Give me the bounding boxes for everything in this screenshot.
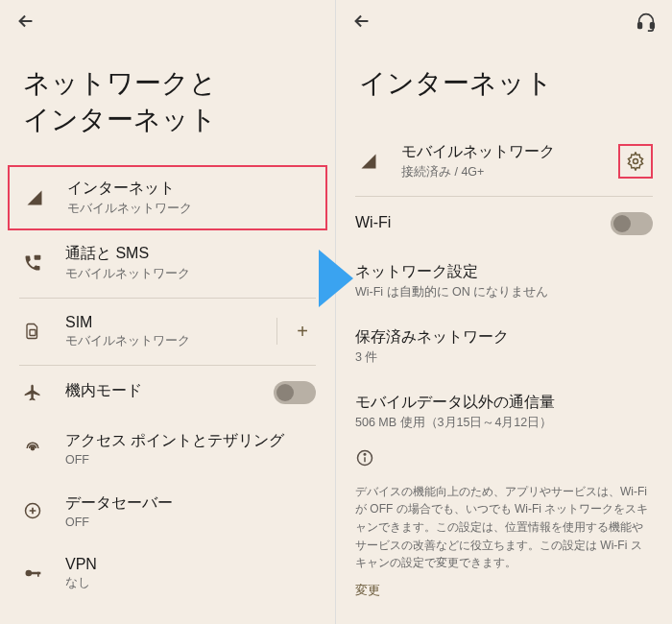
airplane-icon [19, 383, 46, 402]
item-sub: OFF [65, 516, 316, 529]
divider [19, 365, 316, 366]
item-vpn[interactable]: VPN なし [0, 542, 335, 605]
item-sub: Wi-Fi は自動的に ON になりません [355, 284, 653, 300]
item-title: 機内モード [65, 381, 274, 401]
item-title: インターネット [67, 179, 314, 199]
item-sub: 506 MB 使用（3月15日～4月12日） [355, 415, 653, 431]
item-title: ネットワーク設定 [355, 262, 653, 282]
item-sim[interactable]: SIM モバイルネットワーク + [0, 300, 335, 363]
sim-icon [19, 322, 46, 341]
svg-point-12 [364, 453, 366, 455]
item-title: モバイルデータ以外の通信量 [355, 393, 653, 413]
item-sub: 接続済み / 4G+ [401, 164, 618, 180]
item-calls-sms[interactable]: 通話と SMS モバイルネットワーク [0, 230, 335, 296]
svg-point-9 [634, 158, 638, 163]
divider [19, 298, 316, 299]
wifi-toggle[interactable] [611, 212, 653, 235]
item-datasaver[interactable]: データセーバー OFF [0, 480, 335, 542]
item-title: VPN [65, 556, 316, 573]
item-title: Wi-Fi [355, 214, 611, 231]
divider [276, 318, 277, 345]
svg-rect-7 [638, 23, 642, 29]
item-title: 通話と SMS [65, 244, 316, 264]
divider [355, 196, 653, 197]
item-title: モバイルネットワーク [401, 142, 618, 162]
item-internet[interactable]: インターネット モバイルネットワーク [8, 165, 327, 230]
item-saved-networks[interactable]: 保存済みネットワーク 3 件 [336, 314, 672, 379]
svg-rect-5 [31, 572, 40, 575]
item-mobile-network[interactable]: モバイルネットワーク 接続済み / 4G+ [336, 129, 672, 194]
signal-icon [355, 153, 382, 170]
back-icon[interactable] [15, 11, 36, 36]
item-airplane-mode[interactable]: 機内モード [0, 368, 335, 418]
headset-icon[interactable] [636, 11, 657, 36]
airplane-toggle[interactable] [274, 381, 316, 404]
item-title: アクセス ポイントとテザリング [65, 431, 316, 451]
svg-rect-6 [37, 572, 39, 577]
page-title: インターネット [336, 46, 672, 129]
datasaver-icon [19, 501, 46, 520]
svg-rect-1 [30, 330, 36, 336]
topbar [0, 0, 335, 46]
change-button[interactable]: 変更 [355, 582, 653, 599]
svg-point-2 [31, 446, 34, 449]
item-network-settings[interactable]: ネットワーク設定 Wi-Fi は自動的に ON になりません [336, 249, 672, 314]
hotspot-icon [19, 439, 46, 458]
mobile-network-settings-button[interactable] [618, 144, 653, 179]
svg-rect-8 [651, 23, 655, 29]
svg-rect-0 [35, 254, 41, 259]
gear-icon [626, 152, 645, 171]
add-sim-icon[interactable]: + [297, 321, 316, 343]
item-title: 保存済みネットワーク [355, 327, 653, 348]
item-sub: モバイルネットワーク [65, 333, 276, 349]
phone-sms-icon [19, 253, 46, 273]
item-sub: 3 件 [355, 349, 653, 366]
item-sub: OFF [65, 453, 316, 467]
item-non-mobile-data[interactable]: モバイルデータ以外の通信量 506 MB 使用（3月15日～4月12日） [336, 379, 672, 444]
page-title: ネットワークと インターネット [0, 46, 335, 165]
back-icon[interactable] [351, 11, 372, 36]
vpn-key-icon [19, 564, 46, 583]
item-sub: なし [65, 575, 316, 591]
screen-network-settings: ネットワークと インターネット インターネット モバイルネットワーク 通話と S… [0, 0, 336, 624]
info-text: デバイスの機能向上のため、アプリやサービスは、Wi-Fi が OFF の場合でも… [355, 483, 653, 572]
arrow-icon [319, 250, 353, 311]
info-icon [336, 444, 672, 473]
item-title: SIM [65, 314, 276, 331]
topbar [336, 0, 672, 46]
screen-internet: インターネット モバイルネットワーク 接続済み / 4G+ Wi-Fi ネットワ… [336, 0, 672, 624]
signal-icon [21, 189, 48, 206]
svg-point-4 [26, 570, 33, 577]
item-title: データセーバー [65, 493, 316, 514]
item-hotspot[interactable]: アクセス ポイントとテザリング OFF [0, 418, 335, 480]
item-sub: モバイルネットワーク [65, 266, 316, 282]
item-wifi[interactable]: Wi-Fi [336, 199, 672, 249]
item-sub: モバイルネットワーク [67, 201, 314, 217]
